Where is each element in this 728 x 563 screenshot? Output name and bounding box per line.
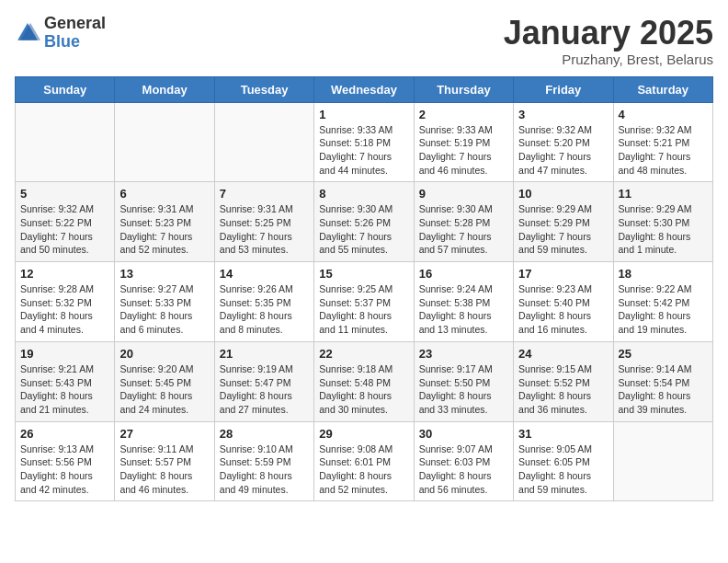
calendar-day-cell: 8Sunrise: 9:30 AM Sunset: 5:26 PM Daylig… (314, 182, 414, 262)
day-of-week-header: Wednesday (314, 76, 414, 102)
calendar-day-cell: 4Sunrise: 9:32 AM Sunset: 5:21 PM Daylig… (613, 102, 712, 182)
day-info: Sunrise: 9:07 AM Sunset: 6:03 PM Dayligh… (419, 442, 508, 497)
day-info: Sunrise: 9:08 AM Sunset: 6:01 PM Dayligh… (319, 442, 408, 497)
calendar-day-cell: 27Sunrise: 9:11 AM Sunset: 5:57 PM Dayli… (115, 421, 214, 501)
calendar-day-cell: 12Sunrise: 9:28 AM Sunset: 5:32 PM Dayli… (16, 262, 115, 342)
calendar-day-cell: 18Sunrise: 9:22 AM Sunset: 5:42 PM Dayli… (613, 262, 712, 342)
logo-line1: General (44, 15, 106, 33)
day-info: Sunrise: 9:29 AM Sunset: 5:29 PM Dayligh… (518, 202, 608, 257)
day-info: Sunrise: 9:20 AM Sunset: 5:45 PM Dayligh… (119, 362, 209, 417)
calendar-day-cell: 13Sunrise: 9:27 AM Sunset: 5:33 PM Dayli… (115, 262, 214, 342)
day-number: 20 (119, 347, 209, 361)
day-number: 8 (319, 187, 408, 201)
day-number: 16 (419, 267, 508, 281)
day-number: 6 (119, 187, 209, 201)
day-number: 11 (619, 187, 708, 201)
day-number: 17 (518, 267, 608, 281)
calendar-day-cell: 17Sunrise: 9:23 AM Sunset: 5:40 PM Dayli… (514, 262, 613, 342)
day-header-row: SundayMondayTuesdayWednesdayThursdayFrid… (16, 76, 713, 102)
calendar-week-row: 5Sunrise: 9:32 AM Sunset: 5:22 PM Daylig… (16, 182, 713, 262)
calendar-day-cell: 14Sunrise: 9:26 AM Sunset: 5:35 PM Dayli… (214, 262, 313, 342)
calendar-day-cell: 5Sunrise: 9:32 AM Sunset: 5:22 PM Daylig… (16, 182, 115, 262)
day-info: Sunrise: 9:14 AM Sunset: 5:54 PM Dayligh… (619, 362, 708, 417)
day-number: 4 (619, 108, 708, 121)
day-info: Sunrise: 9:05 AM Sunset: 6:05 PM Dayligh… (518, 442, 608, 497)
day-info: Sunrise: 9:32 AM Sunset: 5:21 PM Dayligh… (619, 123, 708, 178)
calendar-day-cell: 22Sunrise: 9:18 AM Sunset: 5:48 PM Dayli… (314, 341, 414, 421)
logo-text: General Blue (44, 15, 106, 52)
day-info: Sunrise: 9:10 AM Sunset: 5:59 PM Dayligh… (220, 442, 309, 497)
calendar-day-cell: 30Sunrise: 9:07 AM Sunset: 6:03 PM Dayli… (414, 421, 513, 501)
calendar-week-row: 1Sunrise: 9:33 AM Sunset: 5:18 PM Daylig… (16, 102, 713, 182)
day-info: Sunrise: 9:28 AM Sunset: 5:32 PM Dayligh… (20, 282, 109, 337)
day-info: Sunrise: 9:23 AM Sunset: 5:40 PM Dayligh… (518, 282, 608, 337)
day-info: Sunrise: 9:18 AM Sunset: 5:48 PM Dayligh… (319, 362, 408, 417)
calendar-day-cell: 9Sunrise: 9:30 AM Sunset: 5:28 PM Daylig… (414, 182, 513, 262)
day-info: Sunrise: 9:31 AM Sunset: 5:25 PM Dayligh… (220, 202, 309, 257)
day-info: Sunrise: 9:33 AM Sunset: 5:19 PM Dayligh… (419, 123, 508, 178)
day-info: Sunrise: 9:27 AM Sunset: 5:33 PM Dayligh… (119, 282, 209, 337)
day-info: Sunrise: 9:13 AM Sunset: 5:56 PM Dayligh… (20, 442, 109, 497)
calendar-header: SundayMondayTuesdayWednesdayThursdayFrid… (16, 76, 713, 102)
day-number: 31 (518, 427, 608, 441)
calendar-day-cell: 15Sunrise: 9:25 AM Sunset: 5:37 PM Dayli… (314, 262, 414, 342)
calendar-day-cell: 19Sunrise: 9:21 AM Sunset: 5:43 PM Dayli… (16, 341, 115, 421)
logo: General Blue (15, 15, 106, 52)
day-info: Sunrise: 9:24 AM Sunset: 5:38 PM Dayligh… (419, 282, 508, 337)
day-number: 28 (220, 427, 309, 441)
calendar-day-cell (214, 102, 313, 182)
day-info: Sunrise: 9:22 AM Sunset: 5:42 PM Dayligh… (619, 282, 708, 337)
day-number: 12 (20, 267, 109, 281)
calendar-day-cell: 7Sunrise: 9:31 AM Sunset: 5:25 PM Daylig… (214, 182, 313, 262)
calendar-day-cell: 29Sunrise: 9:08 AM Sunset: 6:01 PM Dayli… (314, 421, 414, 501)
day-info: Sunrise: 9:30 AM Sunset: 5:26 PM Dayligh… (319, 202, 408, 257)
calendar-day-cell: 21Sunrise: 9:19 AM Sunset: 5:47 PM Dayli… (214, 341, 313, 421)
day-number: 21 (220, 347, 309, 361)
day-of-week-header: Sunday (16, 76, 115, 102)
day-info: Sunrise: 9:29 AM Sunset: 5:30 PM Dayligh… (619, 202, 708, 257)
day-info: Sunrise: 9:31 AM Sunset: 5:23 PM Dayligh… (119, 202, 209, 257)
calendar-week-row: 19Sunrise: 9:21 AM Sunset: 5:43 PM Dayli… (16, 341, 713, 421)
calendar-day-cell: 31Sunrise: 9:05 AM Sunset: 6:05 PM Dayli… (514, 421, 613, 501)
calendar-table: SundayMondayTuesdayWednesdayThursdayFrid… (15, 76, 713, 502)
calendar-day-cell: 6Sunrise: 9:31 AM Sunset: 5:23 PM Daylig… (115, 182, 214, 262)
page-header: General Blue January 2025 Pruzhany, Bres… (15, 15, 713, 67)
calendar-day-cell (613, 421, 712, 501)
day-of-week-header: Thursday (414, 76, 513, 102)
calendar-body: 1Sunrise: 9:33 AM Sunset: 5:18 PM Daylig… (16, 102, 713, 501)
day-info: Sunrise: 9:26 AM Sunset: 5:35 PM Dayligh… (220, 282, 309, 337)
day-info: Sunrise: 9:17 AM Sunset: 5:50 PM Dayligh… (419, 362, 508, 417)
day-info: Sunrise: 9:19 AM Sunset: 5:47 PM Dayligh… (220, 362, 309, 417)
calendar-week-row: 12Sunrise: 9:28 AM Sunset: 5:32 PM Dayli… (16, 262, 713, 342)
day-number: 24 (518, 347, 608, 361)
day-number: 3 (518, 108, 608, 121)
day-of-week-header: Tuesday (214, 76, 313, 102)
day-number: 7 (220, 187, 309, 201)
day-number: 29 (319, 427, 408, 441)
calendar-day-cell: 24Sunrise: 9:15 AM Sunset: 5:52 PM Dayli… (514, 341, 613, 421)
calendar-subtitle: Pruzhany, Brest, Belarus (504, 52, 713, 67)
day-number: 27 (119, 427, 209, 441)
calendar-week-row: 26Sunrise: 9:13 AM Sunset: 5:56 PM Dayli… (16, 421, 713, 501)
day-number: 23 (419, 347, 508, 361)
calendar-day-cell: 2Sunrise: 9:33 AM Sunset: 5:19 PM Daylig… (414, 102, 513, 182)
calendar-day-cell: 23Sunrise: 9:17 AM Sunset: 5:50 PM Dayli… (414, 341, 513, 421)
day-number: 10 (518, 187, 608, 201)
calendar-day-cell: 25Sunrise: 9:14 AM Sunset: 5:54 PM Dayli… (613, 341, 712, 421)
day-number: 25 (619, 347, 708, 361)
calendar-day-cell: 3Sunrise: 9:32 AM Sunset: 5:20 PM Daylig… (514, 102, 613, 182)
day-info: Sunrise: 9:15 AM Sunset: 5:52 PM Dayligh… (518, 362, 608, 417)
calendar-day-cell: 1Sunrise: 9:33 AM Sunset: 5:18 PM Daylig… (314, 102, 414, 182)
day-number: 18 (619, 267, 708, 281)
day-number: 2 (419, 108, 508, 121)
calendar-day-cell (16, 102, 115, 182)
day-info: Sunrise: 9:32 AM Sunset: 5:22 PM Dayligh… (20, 202, 109, 257)
calendar-day-cell: 16Sunrise: 9:24 AM Sunset: 5:38 PM Dayli… (414, 262, 513, 342)
day-of-week-header: Monday (115, 76, 214, 102)
day-info: Sunrise: 9:32 AM Sunset: 5:20 PM Dayligh… (518, 123, 608, 178)
day-number: 30 (419, 427, 508, 441)
day-number: 22 (319, 347, 408, 361)
day-number: 5 (20, 187, 109, 201)
calendar-title: January 2025 (504, 15, 713, 52)
calendar-day-cell: 26Sunrise: 9:13 AM Sunset: 5:56 PM Dayli… (16, 421, 115, 501)
